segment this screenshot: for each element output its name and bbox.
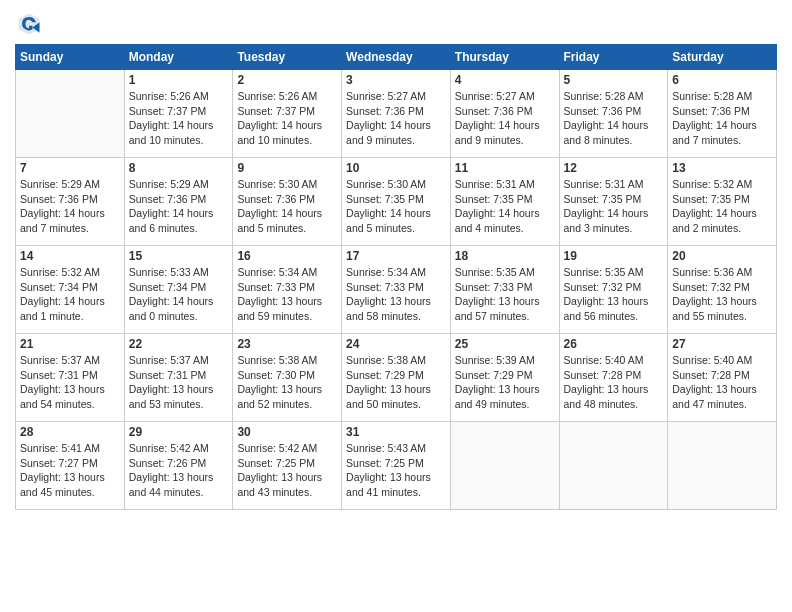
calendar-cell: 14Sunrise: 5:32 AMSunset: 7:34 PMDayligh… bbox=[16, 246, 125, 334]
weekday-header: Saturday bbox=[668, 45, 777, 70]
day-number: 14 bbox=[20, 249, 120, 263]
calendar-cell: 29Sunrise: 5:42 AMSunset: 7:26 PMDayligh… bbox=[124, 422, 233, 510]
day-info: Sunrise: 5:34 AMSunset: 7:33 PMDaylight:… bbox=[237, 265, 337, 324]
day-info: Sunrise: 5:32 AMSunset: 7:34 PMDaylight:… bbox=[20, 265, 120, 324]
calendar-cell: 7Sunrise: 5:29 AMSunset: 7:36 PMDaylight… bbox=[16, 158, 125, 246]
day-info: Sunrise: 5:38 AMSunset: 7:29 PMDaylight:… bbox=[346, 353, 446, 412]
day-info: Sunrise: 5:30 AMSunset: 7:36 PMDaylight:… bbox=[237, 177, 337, 236]
calendar-cell bbox=[16, 70, 125, 158]
day-number: 18 bbox=[455, 249, 555, 263]
calendar-cell: 31Sunrise: 5:43 AMSunset: 7:25 PMDayligh… bbox=[342, 422, 451, 510]
day-number: 1 bbox=[129, 73, 229, 87]
weekday-header: Wednesday bbox=[342, 45, 451, 70]
day-info: Sunrise: 5:34 AMSunset: 7:33 PMDaylight:… bbox=[346, 265, 446, 324]
day-info: Sunrise: 5:28 AMSunset: 7:36 PMDaylight:… bbox=[564, 89, 664, 148]
day-number: 26 bbox=[564, 337, 664, 351]
calendar-cell: 5Sunrise: 5:28 AMSunset: 7:36 PMDaylight… bbox=[559, 70, 668, 158]
calendar-cell: 8Sunrise: 5:29 AMSunset: 7:36 PMDaylight… bbox=[124, 158, 233, 246]
day-info: Sunrise: 5:33 AMSunset: 7:34 PMDaylight:… bbox=[129, 265, 229, 324]
calendar-cell: 13Sunrise: 5:32 AMSunset: 7:35 PMDayligh… bbox=[668, 158, 777, 246]
day-number: 19 bbox=[564, 249, 664, 263]
calendar-week-row: 1Sunrise: 5:26 AMSunset: 7:37 PMDaylight… bbox=[16, 70, 777, 158]
calendar-cell: 6Sunrise: 5:28 AMSunset: 7:36 PMDaylight… bbox=[668, 70, 777, 158]
calendar-cell: 12Sunrise: 5:31 AMSunset: 7:35 PMDayligh… bbox=[559, 158, 668, 246]
day-number: 5 bbox=[564, 73, 664, 87]
day-number: 12 bbox=[564, 161, 664, 175]
logo-icon bbox=[15, 10, 43, 38]
calendar-cell: 30Sunrise: 5:42 AMSunset: 7:25 PMDayligh… bbox=[233, 422, 342, 510]
day-number: 3 bbox=[346, 73, 446, 87]
page-container: SundayMondayTuesdayWednesdayThursdayFrid… bbox=[0, 0, 792, 520]
day-number: 28 bbox=[20, 425, 120, 439]
day-info: Sunrise: 5:26 AMSunset: 7:37 PMDaylight:… bbox=[237, 89, 337, 148]
calendar-cell: 22Sunrise: 5:37 AMSunset: 7:31 PMDayligh… bbox=[124, 334, 233, 422]
logo bbox=[15, 10, 47, 38]
weekday-header: Friday bbox=[559, 45, 668, 70]
day-info: Sunrise: 5:28 AMSunset: 7:36 PMDaylight:… bbox=[672, 89, 772, 148]
calendar-cell: 17Sunrise: 5:34 AMSunset: 7:33 PMDayligh… bbox=[342, 246, 451, 334]
day-number: 13 bbox=[672, 161, 772, 175]
calendar-cell: 26Sunrise: 5:40 AMSunset: 7:28 PMDayligh… bbox=[559, 334, 668, 422]
calendar-cell: 27Sunrise: 5:40 AMSunset: 7:28 PMDayligh… bbox=[668, 334, 777, 422]
day-info: Sunrise: 5:29 AMSunset: 7:36 PMDaylight:… bbox=[20, 177, 120, 236]
day-info: Sunrise: 5:31 AMSunset: 7:35 PMDaylight:… bbox=[455, 177, 555, 236]
weekday-header-row: SundayMondayTuesdayWednesdayThursdayFrid… bbox=[16, 45, 777, 70]
day-number: 7 bbox=[20, 161, 120, 175]
calendar-week-row: 28Sunrise: 5:41 AMSunset: 7:27 PMDayligh… bbox=[16, 422, 777, 510]
calendar-cell: 3Sunrise: 5:27 AMSunset: 7:36 PMDaylight… bbox=[342, 70, 451, 158]
calendar-cell: 23Sunrise: 5:38 AMSunset: 7:30 PMDayligh… bbox=[233, 334, 342, 422]
day-number: 17 bbox=[346, 249, 446, 263]
calendar-cell: 19Sunrise: 5:35 AMSunset: 7:32 PMDayligh… bbox=[559, 246, 668, 334]
day-number: 2 bbox=[237, 73, 337, 87]
day-number: 31 bbox=[346, 425, 446, 439]
day-info: Sunrise: 5:26 AMSunset: 7:37 PMDaylight:… bbox=[129, 89, 229, 148]
day-number: 10 bbox=[346, 161, 446, 175]
calendar-cell: 28Sunrise: 5:41 AMSunset: 7:27 PMDayligh… bbox=[16, 422, 125, 510]
day-info: Sunrise: 5:40 AMSunset: 7:28 PMDaylight:… bbox=[672, 353, 772, 412]
day-number: 9 bbox=[237, 161, 337, 175]
calendar-cell: 11Sunrise: 5:31 AMSunset: 7:35 PMDayligh… bbox=[450, 158, 559, 246]
calendar-cell: 25Sunrise: 5:39 AMSunset: 7:29 PMDayligh… bbox=[450, 334, 559, 422]
day-number: 21 bbox=[20, 337, 120, 351]
calendar-cell: 2Sunrise: 5:26 AMSunset: 7:37 PMDaylight… bbox=[233, 70, 342, 158]
weekday-header: Thursday bbox=[450, 45, 559, 70]
day-info: Sunrise: 5:40 AMSunset: 7:28 PMDaylight:… bbox=[564, 353, 664, 412]
calendar-cell: 18Sunrise: 5:35 AMSunset: 7:33 PMDayligh… bbox=[450, 246, 559, 334]
svg-marker-0 bbox=[19, 14, 40, 35]
day-info: Sunrise: 5:36 AMSunset: 7:32 PMDaylight:… bbox=[672, 265, 772, 324]
calendar-cell: 20Sunrise: 5:36 AMSunset: 7:32 PMDayligh… bbox=[668, 246, 777, 334]
day-number: 16 bbox=[237, 249, 337, 263]
calendar-cell: 15Sunrise: 5:33 AMSunset: 7:34 PMDayligh… bbox=[124, 246, 233, 334]
day-number: 20 bbox=[672, 249, 772, 263]
day-number: 23 bbox=[237, 337, 337, 351]
day-info: Sunrise: 5:43 AMSunset: 7:25 PMDaylight:… bbox=[346, 441, 446, 500]
calendar-cell: 16Sunrise: 5:34 AMSunset: 7:33 PMDayligh… bbox=[233, 246, 342, 334]
day-number: 27 bbox=[672, 337, 772, 351]
day-number: 11 bbox=[455, 161, 555, 175]
day-info: Sunrise: 5:37 AMSunset: 7:31 PMDaylight:… bbox=[129, 353, 229, 412]
calendar-cell bbox=[668, 422, 777, 510]
day-number: 24 bbox=[346, 337, 446, 351]
weekday-header: Tuesday bbox=[233, 45, 342, 70]
day-info: Sunrise: 5:29 AMSunset: 7:36 PMDaylight:… bbox=[129, 177, 229, 236]
day-info: Sunrise: 5:42 AMSunset: 7:26 PMDaylight:… bbox=[129, 441, 229, 500]
day-number: 30 bbox=[237, 425, 337, 439]
day-info: Sunrise: 5:39 AMSunset: 7:29 PMDaylight:… bbox=[455, 353, 555, 412]
calendar-week-row: 21Sunrise: 5:37 AMSunset: 7:31 PMDayligh… bbox=[16, 334, 777, 422]
calendar-table: SundayMondayTuesdayWednesdayThursdayFrid… bbox=[15, 44, 777, 510]
day-number: 29 bbox=[129, 425, 229, 439]
calendar-cell bbox=[559, 422, 668, 510]
day-info: Sunrise: 5:41 AMSunset: 7:27 PMDaylight:… bbox=[20, 441, 120, 500]
day-number: 4 bbox=[455, 73, 555, 87]
day-info: Sunrise: 5:27 AMSunset: 7:36 PMDaylight:… bbox=[455, 89, 555, 148]
day-number: 15 bbox=[129, 249, 229, 263]
day-info: Sunrise: 5:32 AMSunset: 7:35 PMDaylight:… bbox=[672, 177, 772, 236]
weekday-header: Monday bbox=[124, 45, 233, 70]
calendar-cell: 21Sunrise: 5:37 AMSunset: 7:31 PMDayligh… bbox=[16, 334, 125, 422]
day-number: 25 bbox=[455, 337, 555, 351]
calendar-cell bbox=[450, 422, 559, 510]
day-info: Sunrise: 5:27 AMSunset: 7:36 PMDaylight:… bbox=[346, 89, 446, 148]
weekday-header: Sunday bbox=[16, 45, 125, 70]
day-info: Sunrise: 5:37 AMSunset: 7:31 PMDaylight:… bbox=[20, 353, 120, 412]
day-info: Sunrise: 5:31 AMSunset: 7:35 PMDaylight:… bbox=[564, 177, 664, 236]
